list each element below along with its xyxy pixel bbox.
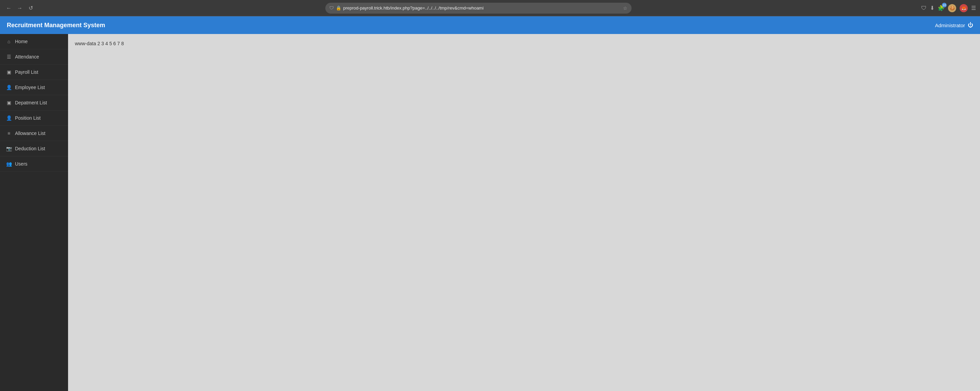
employee-list-icon: 👤 <box>6 85 11 90</box>
home-label: Home <box>15 39 27 44</box>
browser-nav-buttons: ← → ↺ <box>4 3 35 13</box>
command-output: www-data 2 3 4 5 6 7 8 <box>75 41 973 46</box>
sidebar-item-users[interactable]: 👥Users <box>0 157 68 172</box>
browser-chrome: ← → ↺ 🛡 🔒 preprod-payroll.trick.htb/inde… <box>0 0 980 16</box>
payroll-list-label: Payroll List <box>15 70 38 75</box>
security-icon: 🛡 <box>329 5 334 11</box>
sidebar-item-allowance-list[interactable]: ≡Allowance List <box>0 126 68 141</box>
lock-icon: 🔒 <box>336 5 341 11</box>
forward-button[interactable]: → <box>15 3 24 13</box>
bookmark-icon[interactable]: ☆ <box>623 5 627 11</box>
content-area: www-data 2 3 4 5 6 7 8 <box>68 34 980 391</box>
back-button[interactable]: ← <box>4 3 14 13</box>
app-container: Recruitment Management System Administra… <box>0 16 980 391</box>
address-bar[interactable]: 🛡 🔒 preprod-payroll.trick.htb/index.php?… <box>325 3 632 14</box>
extensions-badge: 10 <box>942 3 947 8</box>
extensions-icon[interactable]: 🧩 10 <box>938 5 945 11</box>
admin-label: Administrator <box>935 22 965 28</box>
home-icon: ⌂ <box>6 39 11 44</box>
department-list-label: Depatment List <box>15 100 47 105</box>
top-navbar: Recruitment Management System Administra… <box>0 16 980 34</box>
profile-avatar-1[interactable]: 🍪 <box>948 4 956 12</box>
department-list-icon: ▣ <box>6 100 11 105</box>
sidebar-item-deduction-list[interactable]: 📷Deduction List <box>0 141 68 157</box>
admin-section: Administrator ⏻ <box>935 22 973 28</box>
browser-right-icons: 🛡 ⬇ 🧩 10 🍪 🦊 ☰ <box>921 4 976 12</box>
sidebar-item-home[interactable]: ⌂Home <box>0 34 68 49</box>
deduction-list-icon: 📷 <box>6 146 11 151</box>
main-layout: ⌂Home☰Attendance▣Payroll List👤Employee L… <box>0 34 980 391</box>
sidebar-item-department-list[interactable]: ▣Depatment List <box>0 95 68 111</box>
users-icon: 👥 <box>6 161 11 166</box>
sidebar-item-position-list[interactable]: 👤Position List <box>0 111 68 126</box>
shield-icon: 🛡 <box>921 5 927 11</box>
users-label: Users <box>15 161 27 166</box>
power-icon[interactable]: ⏻ <box>968 22 973 28</box>
sidebar: ⌂Home☰Attendance▣Payroll List👤Employee L… <box>0 34 68 391</box>
allowance-list-label: Allowance List <box>15 131 46 136</box>
sidebar-item-attendance[interactable]: ☰Attendance <box>0 49 68 65</box>
download-icon[interactable]: ⬇ <box>930 5 934 11</box>
app-title: Recruitment Management System <box>7 22 105 29</box>
attendance-label: Attendance <box>15 54 39 60</box>
url-text: preprod-payroll.trick.htb/index.php?page… <box>343 5 621 11</box>
attendance-icon: ☰ <box>6 54 11 60</box>
position-list-label: Position List <box>15 115 40 121</box>
deduction-list-label: Deduction List <box>15 146 45 151</box>
allowance-list-icon: ≡ <box>6 131 11 136</box>
reload-button[interactable]: ↺ <box>26 3 35 13</box>
payroll-list-icon: ▣ <box>6 70 11 75</box>
profile-avatar-2[interactable]: 🦊 <box>959 4 968 12</box>
sidebar-item-payroll-list[interactable]: ▣Payroll List <box>0 65 68 80</box>
employee-list-label: Employee List <box>15 85 45 90</box>
position-list-icon: 👤 <box>6 115 11 121</box>
sidebar-item-employee-list[interactable]: 👤Employee List <box>0 80 68 95</box>
menu-icon[interactable]: ☰ <box>971 5 976 11</box>
